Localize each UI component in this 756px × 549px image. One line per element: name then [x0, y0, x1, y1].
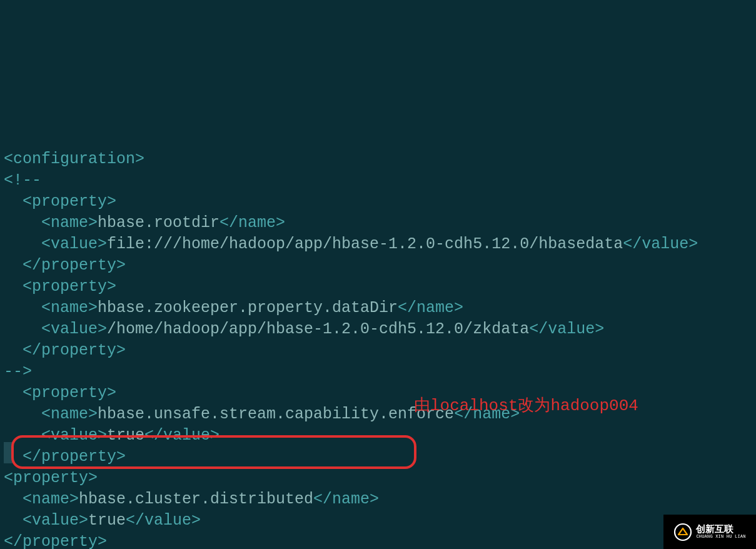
line: <property> [4, 384, 116, 402]
tag-open: <value> [4, 426, 107, 445]
tag-open: <name> [4, 299, 98, 317]
tag-close: </name> [398, 299, 463, 317]
watermark: 创新互联 CHUANG XIN HU LIAN [663, 515, 756, 549]
tag-close: </value> [529, 320, 604, 338]
tag-close: </value> [623, 235, 698, 253]
tag-close: </name> [219, 214, 285, 232]
tag-close: </name> [313, 490, 379, 508]
watermark-en-text: CHUANG XIN HU LIAN [696, 535, 745, 539]
line: <property> [4, 193, 116, 211]
line: <configuration> [4, 150, 144, 168]
line: </property> [4, 341, 126, 360]
line: --> [4, 363, 32, 381]
svg-point-0 [675, 524, 691, 540]
line: </property> [4, 256, 126, 274]
text: true [107, 426, 144, 445]
annotation-text: 由localhost改为hadoop004 [414, 395, 638, 417]
tag-close: </value> [144, 426, 219, 445]
tag-open: <name> [4, 405, 98, 423]
tag-open: <name> [4, 490, 79, 508]
code-block: <configuration> <!-- <property> <name>hb… [0, 128, 756, 549]
text: hbase.rootdir [98, 214, 219, 232]
watermark-cn-text: 创新互联 [696, 525, 745, 535]
text: hbase.cluster.distributed [79, 490, 313, 508]
tag-open: <value> [4, 511, 88, 530]
text: /home/hadoop/app/hbase-1.2.0-cdh5.12.0/z… [107, 320, 529, 338]
text: hbase.unsafe.stream.capability.enforce [98, 405, 454, 423]
text: true [88, 511, 126, 530]
line: </property> [4, 533, 107, 549]
line: <property> [4, 278, 116, 296]
line: <!-- [4, 171, 41, 189]
tag-open: <value> [4, 235, 107, 253]
text: file:///home/hadoop/app/hbase-1.2.0-cdh5… [107, 235, 623, 253]
line: </property> [4, 448, 126, 466]
line: <property> [4, 469, 98, 487]
text: hbase.zookeeper.property.dataDir [98, 299, 398, 317]
tag-open: <value> [4, 320, 107, 338]
cursor-line-highlight [4, 442, 13, 463]
tag-close: </value> [126, 511, 201, 530]
tag-open: <name> [4, 214, 98, 232]
watermark-logo-icon [673, 523, 692, 541]
